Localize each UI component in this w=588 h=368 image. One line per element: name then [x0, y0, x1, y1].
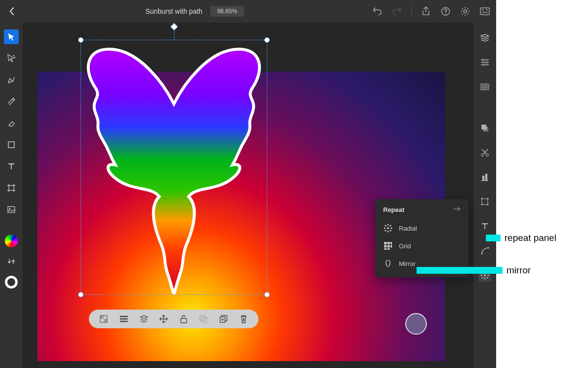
- svg-rect-15: [181, 318, 187, 323]
- stroke-swatch[interactable]: [5, 276, 18, 289]
- svg-point-22: [384, 227, 385, 229]
- panel-forward-icon[interactable]: [453, 206, 461, 213]
- svg-point-11: [9, 208, 11, 210]
- place-image-tool[interactable]: [4, 202, 19, 217]
- share-icon[interactable]: [420, 6, 431, 17]
- left-toolbar: [0, 23, 23, 368]
- svg-point-19: [387, 227, 389, 229]
- svg-rect-10: [8, 207, 15, 212]
- combine-icon[interactable]: [478, 122, 491, 134]
- swap-fill-stroke[interactable]: [4, 254, 19, 269]
- svg-point-26: [385, 230, 386, 231]
- butterfly-shape[interactable]: [81, 40, 267, 294]
- svg-point-60: [482, 277, 483, 279]
- path-icon[interactable]: [478, 195, 491, 208]
- svg-point-47: [481, 198, 482, 199]
- svg-point-43: [486, 154, 489, 157]
- select-tool[interactable]: [4, 29, 19, 44]
- selection-bounds[interactable]: [81, 40, 267, 295]
- direct-select-tool[interactable]: [4, 51, 19, 66]
- repeat-grid-item[interactable]: Grid: [383, 237, 461, 255]
- svg-rect-45: [485, 174, 487, 180]
- svg-point-2: [464, 10, 467, 13]
- svg-rect-46: [482, 199, 488, 205]
- svg-point-23: [391, 227, 392, 229]
- svg-point-25: [390, 225, 391, 226]
- arrange-icon[interactable]: [139, 314, 149, 324]
- fill-swatch[interactable]: [5, 235, 18, 247]
- svg-point-49: [481, 204, 482, 205]
- svg-point-51: [481, 253, 482, 254]
- properties-icon[interactable]: [478, 56, 491, 69]
- svg-point-36: [482, 59, 484, 61]
- zoom-indicator[interactable]: 96.65%: [210, 6, 244, 17]
- pencil-tool[interactable]: [4, 94, 19, 109]
- repeat-item-label: Mirror: [399, 260, 416, 267]
- repeat-item-label: Grid: [399, 242, 411, 250]
- svg-point-38: [483, 64, 485, 66]
- svg-point-20: [387, 224, 389, 225]
- delete-icon[interactable]: [238, 314, 249, 324]
- annotation-repeat-panel: repeat panel: [486, 233, 557, 243]
- layers-icon[interactable]: [478, 31, 491, 44]
- undo-icon[interactable]: [372, 6, 383, 17]
- svg-point-37: [486, 61, 488, 63]
- canvas-area[interactable]: Repeat Radial Grid Mirror: [23, 23, 474, 368]
- svg-rect-29: [388, 242, 390, 244]
- back-button[interactable]: [6, 5, 18, 17]
- repeat-item-label: Radial: [399, 225, 417, 232]
- svg-rect-34: [384, 248, 387, 250]
- top-right-actions: [372, 6, 490, 17]
- svg-rect-35: [388, 248, 390, 250]
- lock-icon[interactable]: [178, 314, 189, 324]
- svg-point-42: [481, 154, 484, 157]
- transparency-icon[interactable]: [98, 314, 109, 324]
- right-toolbar: [474, 23, 496, 368]
- workspace: Repeat Radial Grid Mirror: [0, 23, 496, 368]
- svg-rect-17: [202, 317, 207, 322]
- svg-point-27: [390, 230, 391, 231]
- group-icon[interactable]: [198, 314, 209, 324]
- svg-point-48: [487, 198, 488, 199]
- svg-rect-16: [200, 315, 205, 320]
- settings-icon[interactable]: [460, 6, 471, 17]
- type-tool[interactable]: [4, 159, 19, 174]
- align-icon[interactable]: [478, 171, 491, 184]
- type-panel-icon[interactable]: [478, 220, 491, 233]
- repeat-radial-item[interactable]: Radial: [383, 219, 461, 237]
- svg-point-6: [13, 55, 14, 56]
- rotate-handle[interactable]: [170, 23, 178, 31]
- svg-point-24: [385, 225, 386, 226]
- svg-point-50: [487, 204, 488, 205]
- svg-rect-30: [391, 242, 392, 244]
- svg-point-21: [387, 231, 389, 232]
- help-icon[interactable]: [440, 6, 451, 17]
- view-mode-icon[interactable]: [479, 6, 490, 17]
- pen-tool[interactable]: [4, 73, 19, 87]
- move-icon[interactable]: [158, 314, 169, 324]
- svg-point-1: [445, 13, 446, 14]
- svg-rect-32: [388, 245, 390, 248]
- svg-rect-14: [104, 319, 107, 322]
- shape-tool[interactable]: [4, 137, 19, 152]
- precision-icon[interactable]: [478, 80, 491, 93]
- svg-point-5: [486, 9, 488, 11]
- svg-rect-13: [100, 315, 104, 319]
- top-center: Sunburst with path 96.65%: [18, 6, 372, 17]
- redo-icon[interactable]: [392, 6, 402, 17]
- svg-point-61: [487, 277, 488, 279]
- eraser-tool[interactable]: [4, 116, 19, 131]
- svg-point-4: [482, 9, 484, 11]
- list-icon[interactable]: [118, 314, 129, 324]
- svg-point-55: [484, 278, 486, 280]
- artboard-tool[interactable]: [4, 181, 19, 195]
- duplicate-icon[interactable]: [218, 314, 229, 324]
- curve-icon[interactable]: [478, 244, 491, 257]
- svg-point-7: [14, 57, 15, 58]
- svg-point-52: [487, 247, 489, 248]
- svg-rect-33: [391, 245, 392, 248]
- svg-rect-41: [483, 127, 488, 131]
- svg-rect-31: [384, 245, 387, 248]
- color-swatch-floating[interactable]: [405, 313, 427, 335]
- cut-icon[interactable]: [478, 146, 491, 159]
